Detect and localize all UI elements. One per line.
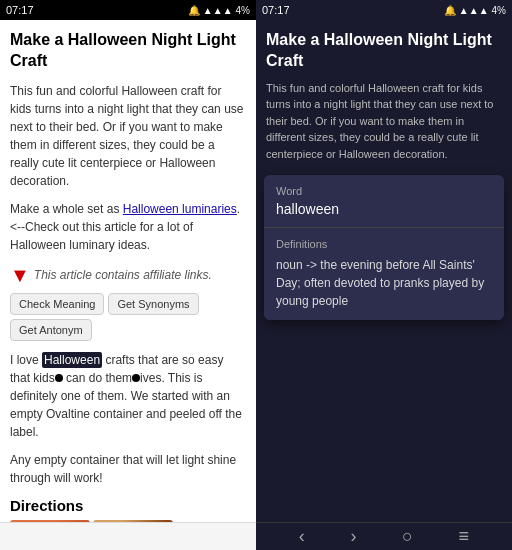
left-content: Make a Halloween Night Light Craft This … [0, 20, 256, 522]
body3-prefix: I love [10, 353, 42, 367]
ovaltine-image: Ovaltine [93, 520, 173, 522]
arrow-down-icon: ▼ [10, 264, 30, 287]
time-left: 07:17 [6, 4, 34, 16]
article-body-right: This fun and colorful Halloween craft fo… [266, 80, 502, 163]
affiliate-text: ▼ This article contains affiliate links. [10, 264, 246, 287]
halloween-highlight: Halloween [42, 352, 102, 368]
dict-def-section: Definitions noun -> the evening before A… [264, 228, 504, 320]
dot-icon-right [132, 374, 140, 382]
luminaries-link[interactable]: Halloween luminaries [123, 202, 237, 216]
left-panel: 07:17 🔔 ▲▲▲ 4% Make a Halloween Night Li… [0, 0, 256, 550]
get-synonyms-button[interactable]: Get Synonyms [108, 293, 198, 315]
battery-right: 4% [492, 5, 506, 16]
signal-icon: ▲▲▲ [203, 5, 233, 16]
back-button[interactable]: ‹ [299, 526, 305, 547]
article-title-right: Make a Halloween Night Light Craft [266, 30, 502, 72]
action-buttons: Check Meaning Get Synonyms Get Antonym [10, 293, 246, 341]
dot-icon-left [55, 374, 63, 382]
battery-left: 4% [236, 5, 250, 16]
dict-word-value: halloween [276, 201, 492, 217]
left-bottom-bar [0, 522, 256, 550]
article-bg-right: Make a Halloween Night Light Craft This … [256, 20, 512, 180]
forward-button[interactable]: › [350, 526, 356, 547]
article-body-4: Any empty container that will let light … [10, 451, 246, 487]
craft-image-boy: 👦 [10, 520, 90, 522]
dict-def-label: Definitions [276, 238, 492, 250]
dictionary-popup: Word halloween Definitions noun -> the e… [264, 175, 504, 320]
time-right: 07:17 [262, 4, 290, 16]
right-content: Make a Halloween Night Light Craft This … [256, 20, 512, 522]
article-title-left: Make a Halloween Night Light Craft [10, 30, 246, 72]
dict-word-label: Word [276, 185, 492, 197]
body2-prefix: Make a whole set as [10, 202, 123, 216]
article-body-3: I love Halloween crafts that are so easy… [10, 351, 246, 441]
check-meaning-button[interactable]: Check Meaning [10, 293, 104, 315]
dict-def-text: noun -> the evening before All Saints' D… [276, 256, 492, 310]
get-antonym-button[interactable]: Get Antonym [10, 319, 92, 341]
article-body-2: Make a whole set as Halloween luminaries… [10, 200, 246, 254]
menu-button[interactable]: ≡ [459, 526, 470, 547]
dict-word-section: Word halloween [264, 175, 504, 228]
signal-icon-right: ▲▲▲ [459, 5, 489, 16]
directions-heading: Directions [10, 497, 246, 514]
notification-icon-right: 🔔 [444, 5, 456, 16]
status-bar-left: 07:17 🔔 ▲▲▲ 4% [0, 0, 256, 20]
article-body-1: This fun and colorful Halloween craft fo… [10, 82, 246, 190]
boy-image: 👦 [10, 520, 90, 522]
notification-icon: 🔔 [188, 5, 200, 16]
bottom-nav: ‹ › ○ ≡ [256, 522, 512, 550]
status-icons-right: 🔔 ▲▲▲ 4% [444, 5, 506, 16]
status-icons-left: 🔔 ▲▲▲ 4% [188, 5, 250, 16]
home-button[interactable]: ○ [402, 526, 413, 547]
right-panel: 07:17 🔔 ▲▲▲ 4% Make a Halloween Night Li… [256, 0, 512, 550]
status-bar-right: 07:17 🔔 ▲▲▲ 4% [256, 0, 512, 20]
craft-image-ovaltine: Ovaltine [93, 520, 173, 522]
